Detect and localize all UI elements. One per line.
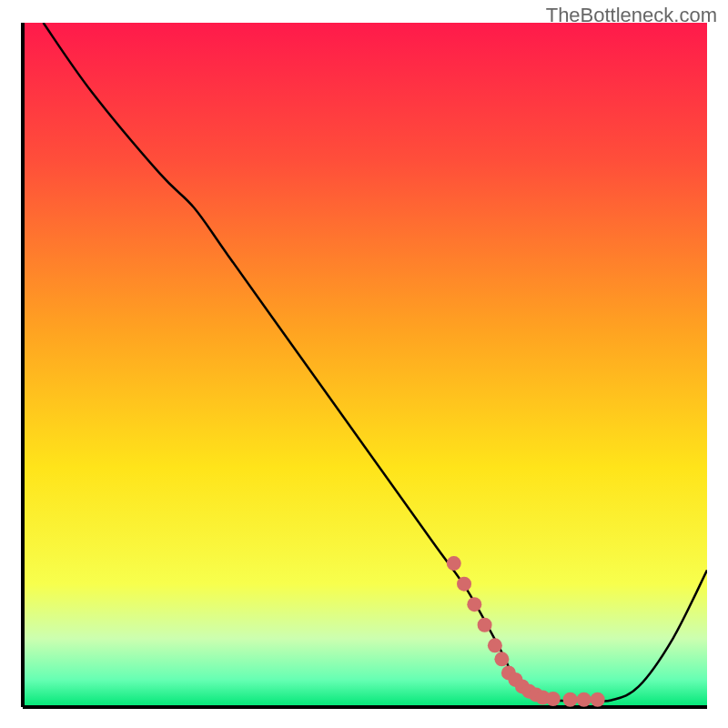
highlight-dot <box>478 618 492 632</box>
gradient-background <box>23 23 707 707</box>
chart-container: TheBottleneck.com <box>0 0 728 728</box>
highlight-dot <box>591 693 605 707</box>
highlight-dot <box>563 693 578 707</box>
bottleneck-chart <box>0 0 728 728</box>
highlight-dot <box>467 597 481 612</box>
highlight-dot <box>494 652 509 666</box>
highlight-dot <box>457 577 471 592</box>
highlight-dot <box>577 693 592 707</box>
highlight-dot <box>447 556 461 571</box>
highlight-dot <box>488 638 502 652</box>
watermark-label: TheBottleneck.com <box>546 4 717 27</box>
highlight-dot <box>546 692 561 706</box>
